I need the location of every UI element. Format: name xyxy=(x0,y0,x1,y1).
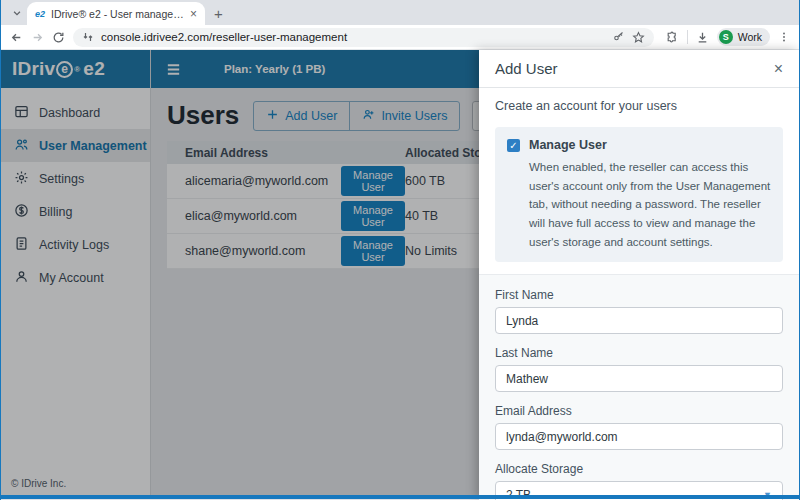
last-name-label: Last Name xyxy=(495,346,783,360)
manage-user-checkbox-row: ✓ Manage User xyxy=(507,138,771,152)
download-icon[interactable] xyxy=(696,31,709,44)
manage-user-description: When enabled, the reseller can access th… xyxy=(529,158,771,251)
avatar: S xyxy=(719,30,733,44)
manage-user-label: Manage User xyxy=(529,138,607,152)
email-label: Email Address xyxy=(495,404,783,418)
toolbar-right: S Work xyxy=(666,28,790,46)
tab-strip: e2 IDrive® e2 - User management × + xyxy=(1,0,799,25)
url-bar[interactable]: console.idrivee2.com/reseller-user-manag… xyxy=(73,28,654,47)
first-name-field-group: First Name xyxy=(495,288,783,334)
add-user-form: First Name Last Name Email Address Alloc… xyxy=(479,274,799,500)
drawer-subtitle: Create an account for your users xyxy=(479,88,799,122)
back-icon[interactable] xyxy=(10,31,23,44)
window-bottom-edge xyxy=(1,495,799,499)
tab-title: IDrive® e2 - User management xyxy=(51,8,184,20)
profile-name: Work xyxy=(738,31,762,43)
allocate-storage-label: Allocate Storage xyxy=(495,462,783,476)
extensions-icon[interactable] xyxy=(666,31,679,44)
page-viewport: IDrive®e2 Dashboard User Management Sett… xyxy=(1,50,799,499)
last-name-field-group: Last Name xyxy=(495,346,783,392)
email-field[interactable] xyxy=(495,423,783,450)
first-name-label: First Name xyxy=(495,288,783,302)
forward-icon[interactable] xyxy=(31,31,44,44)
favicon-icon: e2 xyxy=(35,9,45,19)
manage-user-panel: ✓ Manage User When enabled, the reseller… xyxy=(495,127,783,262)
first-name-input[interactable] xyxy=(495,307,783,334)
url-text[interactable]: console.idrivee2.com/reseller-user-manag… xyxy=(101,31,347,43)
tab-close-icon[interactable]: × xyxy=(190,8,197,20)
last-name-input[interactable] xyxy=(495,365,783,392)
manage-user-checkbox[interactable]: ✓ xyxy=(507,139,520,152)
tab-search-chevron-icon[interactable] xyxy=(7,3,27,23)
browser-toolbar: console.idrivee2.com/reseller-user-manag… xyxy=(1,25,799,50)
menu-kebab-icon[interactable] xyxy=(778,31,790,43)
star-icon[interactable] xyxy=(632,31,645,44)
browser-window: e2 IDrive® e2 - User management × + cons… xyxy=(0,0,800,500)
email-field-group: Email Address xyxy=(495,404,783,450)
drawer-header: Add User × xyxy=(479,50,799,88)
browser-tab[interactable]: e2 IDrive® e2 - User management × xyxy=(27,2,205,25)
toolbar-divider xyxy=(687,30,688,44)
profile-button[interactable]: S Work xyxy=(717,28,770,46)
key-icon[interactable] xyxy=(613,31,625,43)
reload-icon[interactable] xyxy=(52,31,65,44)
close-icon[interactable]: × xyxy=(774,61,783,77)
new-tab-button[interactable]: + xyxy=(214,5,223,22)
add-user-drawer: Add User × Create an account for your us… xyxy=(479,50,799,499)
site-info-icon[interactable] xyxy=(82,31,94,43)
drawer-title: Add User xyxy=(495,60,558,77)
